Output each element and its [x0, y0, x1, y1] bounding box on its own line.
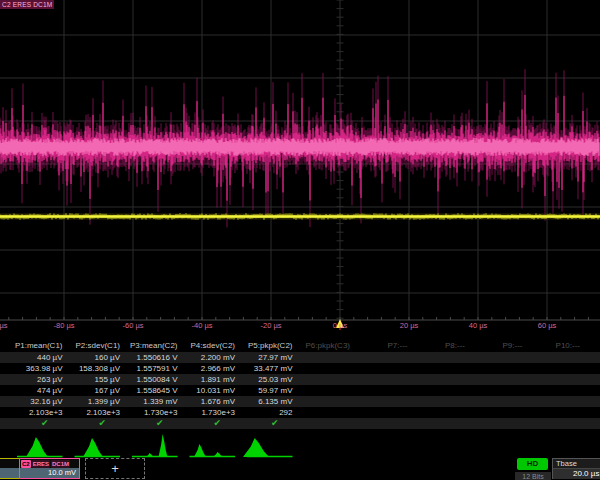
measurement-max-cell: 1.558645 V — [120, 385, 178, 396]
param-header-inactive: P8:--- — [408, 340, 466, 351]
histicon-P3[interactable] — [132, 434, 178, 457]
param-header: P5:pkpk(C2) — [235, 340, 293, 351]
param-header: P3:mean(C2) — [120, 340, 178, 351]
timebase-value: 20.0 µs — [553, 469, 600, 479]
c2-vertical-scale: 10.0 mV — [20, 468, 79, 478]
measurement-mean-cell: 363.98 µV — [5, 363, 63, 374]
measurement-min-cell: 25.03 mV — [235, 374, 293, 385]
hd-mode-badge: HD — [517, 458, 548, 470]
time-axis-labels: -100 µs-80 µs-60 µs-40 µs-20 µs0 µs20 µs… — [0, 321, 600, 333]
table-row-min: 263 µV155 µV1.550084 V1.891 mV25.03 mV — [0, 374, 600, 385]
parameter-histicons[interactable] — [0, 430, 600, 458]
table-row-status: ✔✔✔✔✔ — [0, 418, 600, 429]
timebase-descriptor[interactable]: Tbase 20.0 µs — [552, 458, 600, 479]
measurement-max-cell: 59.97 mV — [235, 385, 293, 396]
measurement-max-cell: 10.031 mV — [178, 385, 236, 396]
measurement-mean-cell: 1.557591 V — [120, 363, 178, 374]
measurement-num-cell: 1.730e+3 — [120, 407, 178, 418]
table-row-mean: 363.98 µV158.308 µV1.557591 V2.966 mV33.… — [0, 363, 600, 374]
measurement-sdev-cell: 1.339 mV — [120, 396, 178, 407]
param-header: P2:sdev(C1) — [63, 340, 121, 351]
add-trace-button[interactable]: + — [85, 458, 145, 479]
measurement-table: P1:mean(C1)P2:sdev(C1)P3:mean(C2)P4:sdev… — [0, 340, 600, 431]
param-header: P1:mean(C1) — [5, 340, 63, 351]
measurement-value-cell: 440 µV — [5, 352, 63, 363]
measurement-sdev-cell: 32.16 µV — [5, 396, 63, 407]
param-header-inactive: P11:--- — [580, 340, 600, 351]
measurement-num-cell: 2.103e+3 — [5, 407, 63, 418]
c1-trace[interactable] — [0, 213, 600, 220]
measurement-value-cell: 2.200 mV — [178, 352, 236, 363]
measurement-status-cell: ✔ — [164, 418, 222, 429]
c2-coupling-badge: DC1M — [51, 460, 70, 468]
measurement-max-cell: 474 µV — [5, 385, 63, 396]
measurement-mean-cell: 2.966 mV — [178, 363, 236, 374]
time-tick-label: -40 µs — [192, 321, 213, 330]
measurement-min-cell: 1.550084 V — [120, 374, 178, 385]
time-tick-label: 0 µs — [333, 321, 347, 330]
measurement-min-cell: 1.891 mV — [178, 374, 236, 385]
param-header-inactive: P9:--- — [465, 340, 523, 351]
param-header-inactive: P10:--- — [523, 340, 581, 351]
table-row-num: 2.103e+32.103e+31.730e+31.730e+3292 — [0, 407, 600, 418]
c2-trace[interactable] — [0, 69, 599, 227]
histicon-P2[interactable] — [75, 438, 121, 457]
param-header: P4:sdev(C2) — [178, 340, 236, 351]
table-row-value: 440 µV160 µV1.550616 V2.200 mV27.97 mV — [0, 352, 600, 363]
time-tick-label: -60 µs — [123, 321, 144, 330]
measurement-num-cell: 292 — [235, 407, 293, 418]
measurement-max-cell: 167 µV — [63, 385, 121, 396]
time-tick-label: 20 µs — [400, 321, 419, 330]
c2-eres-badge: ERES — [32, 460, 50, 468]
param-header-inactive: P6:pkpk(C3) — [293, 340, 351, 351]
c2-channel-badge: C2 — [21, 460, 31, 468]
measurement-status-cell: ✔ — [0, 418, 49, 429]
descriptor-bar: C1 DC1M 10.0 mV C2 ERES DC1M 10.0 mV + H… — [0, 456, 600, 480]
measurement-value-cell: 27.97 mV — [235, 352, 293, 363]
measurement-sdev-cell: 1.399 µV — [63, 396, 121, 407]
time-tick-label: -100 µs — [0, 321, 8, 330]
measurement-sdev-cell: 1.676 mV — [178, 396, 236, 407]
measurement-status-cell: ✔ — [49, 418, 107, 429]
measurement-min-cell: 155 µV — [63, 374, 121, 385]
measurement-mean-cell: 158.308 µV — [63, 363, 121, 374]
measurement-sdev-cell: 6.135 mV — [235, 396, 293, 407]
histicon-P1[interactable] — [17, 437, 63, 457]
measurement-min-cell: 263 µV — [5, 374, 63, 385]
trace-annotation-label: C2 ERES DC1M — [0, 0, 54, 9]
measurement-mean-cell: 33.477 mV — [235, 363, 293, 374]
time-tick-label: -80 µs — [54, 321, 75, 330]
oscilloscope-screen: C2 ERES DC1M -100 µs-80 µs-60 µs-40 µs-2… — [0, 0, 600, 480]
table-header-row: P1:mean(C1)P2:sdev(C1)P3:mean(C2)P4:sdev… — [0, 340, 600, 351]
measurement-status-cell: ✔ — [106, 418, 164, 429]
channel-c2-descriptor[interactable]: C2 ERES DC1M 10.0 mV — [19, 458, 80, 479]
measurement-value-cell: 160 µV — [63, 352, 121, 363]
measurement-value-cell: 1.550616 V — [120, 352, 178, 363]
time-tick-label: -20 µs — [261, 321, 282, 330]
param-header-inactive: P7:--- — [350, 340, 408, 351]
waveform-grid — [0, 0, 600, 330]
histicon-P5[interactable] — [243, 438, 293, 457]
time-tick-label: 40 µs — [469, 321, 488, 330]
resolution-bits-label: 12 Bits — [515, 472, 551, 480]
measurement-num-cell: 2.103e+3 — [63, 407, 121, 418]
table-row-max: 474 µV167 µV1.558645 V10.031 mV59.97 mV — [0, 385, 600, 396]
timebase-label: Tbase — [553, 459, 600, 469]
measurement-status-cell: ✔ — [221, 418, 279, 429]
table-row-sdev: 32.16 µV1.399 µV1.339 mV1.676 mV6.135 mV — [0, 396, 600, 407]
measurement-num-cell: 1.730e+3 — [178, 407, 236, 418]
time-tick-label: 60 µs — [538, 321, 557, 330]
